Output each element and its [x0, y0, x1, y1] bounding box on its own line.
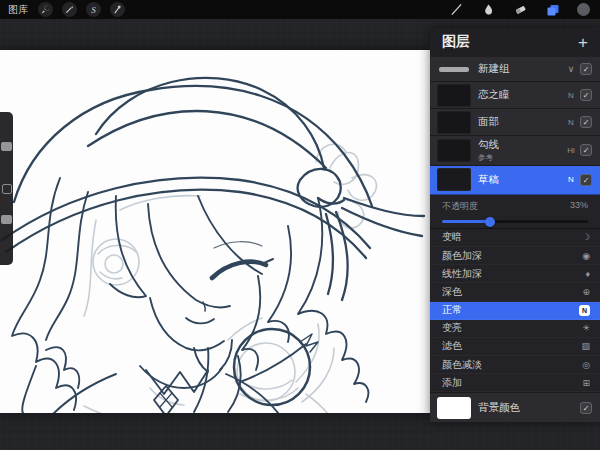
- layer-group-row[interactable]: 新建组 ∨ ✓: [430, 57, 600, 83]
- layer-blend-letter[interactable]: N: [562, 91, 580, 100]
- layer-name: 恋之瞳: [478, 88, 562, 102]
- opacity-slider[interactable]: [442, 220, 588, 223]
- blend-mode-label: 深色: [442, 285, 582, 299]
- darker-color-icon: ⊕: [582, 287, 590, 297]
- background-color-row[interactable]: 背景颜色 ✓: [430, 392, 600, 422]
- transform-arrow-icon[interactable]: [110, 2, 125, 17]
- blend-mode-linear-burn[interactable]: 线性加深 ♦: [430, 265, 600, 283]
- layer-visibility-checkbox[interactable]: ✓: [580, 116, 592, 128]
- add-layer-button[interactable]: +: [578, 34, 588, 51]
- screen-hatch-icon: ▨: [581, 341, 590, 351]
- blend-mode-color-burn[interactable]: 颜色加深 ◉: [430, 247, 600, 265]
- layer-thumbnail-img: [437, 168, 471, 191]
- group-name: 新建组: [478, 62, 562, 76]
- blend-mode-lighten[interactable]: 变亮 ☀: [430, 320, 600, 338]
- layer-blend-letter[interactable]: N: [562, 118, 580, 127]
- layer-visibility-checkbox[interactable]: ✓: [580, 144, 592, 156]
- layer-thumbnail-img: [437, 111, 471, 134]
- panel-title: 图层: [442, 33, 470, 51]
- layer-name-block: 勾线 参考: [478, 138, 562, 163]
- group-thumbnail: [430, 67, 478, 72]
- layer-row-selected[interactable]: 草稿 N ✓: [430, 166, 600, 196]
- layer-name: 勾线: [478, 138, 499, 150]
- brush-opacity-slider[interactable]: [1, 215, 12, 224]
- background-color-label: 背景颜色: [478, 401, 580, 415]
- opacity-section: 不透明度 33%: [430, 195, 600, 229]
- layer-row[interactable]: 勾线 参考 Hl ✓: [430, 136, 600, 166]
- blend-mode-label: 线性加深: [442, 267, 585, 281]
- color-burn-icon: ◉: [582, 251, 590, 261]
- layer-row[interactable]: 面部 N ✓: [430, 109, 600, 136]
- gallery-button[interactable]: 图库: [8, 3, 29, 17]
- layer-thumbnail-img: [437, 84, 471, 107]
- opacity-label: 不透明度: [442, 200, 478, 213]
- group-visibility-checkbox[interactable]: ✓: [580, 63, 592, 75]
- actions-wrench-icon[interactable]: [38, 2, 53, 17]
- layer-row[interactable]: 恋之瞳 N ✓: [430, 82, 600, 109]
- lighten-sun-icon: ☀: [582, 323, 590, 333]
- layer-thumbnail: [430, 111, 478, 134]
- eraser-icon[interactable]: [513, 2, 528, 17]
- blend-mode-normal-selected[interactable]: 正常 N: [430, 302, 600, 320]
- blend-mode-label: 颜色加深: [442, 249, 582, 263]
- adjustments-wand-icon[interactable]: [62, 2, 77, 17]
- selection-icon[interactable]: S: [86, 2, 101, 17]
- layer-name: 面部: [478, 115, 562, 129]
- layer-thumbnail: [430, 139, 478, 162]
- normal-badge: N: [579, 305, 590, 316]
- layer-name: 草稿: [478, 173, 562, 187]
- layers-panel: 图层 + 新建组 ∨ ✓ 恋之瞳 N ✓ 面部 N ✓ 勾线 参考 Hl ✓ 草…: [430, 28, 600, 422]
- color-dodge-icon: ◎: [582, 360, 590, 370]
- layer-visibility-checkbox[interactable]: ✓: [580, 89, 592, 101]
- chevron-down-icon[interactable]: ∨: [562, 64, 580, 74]
- artwork-sketch: [0, 50, 430, 413]
- blend-mode-darker-color[interactable]: 深色 ⊕: [430, 283, 600, 301]
- blend-mode-screen[interactable]: 滤色 ▨: [430, 338, 600, 356]
- layer-visibility-checkbox[interactable]: ✓: [580, 174, 592, 186]
- layer-blend-letter[interactable]: N: [562, 175, 580, 184]
- opacity-value: 33%: [570, 200, 588, 213]
- top-toolbar: 图库 S: [0, 0, 600, 19]
- layer-thumbnail-img: [437, 139, 471, 162]
- background-visibility-checkbox[interactable]: ✓: [580, 402, 592, 414]
- group-thumbnail-bar: [439, 67, 469, 72]
- blend-mode-label: 变亮: [442, 321, 582, 335]
- opacity-slider-fill: [442, 220, 490, 223]
- layer-blend-letter[interactable]: Hl: [562, 146, 580, 155]
- canvas[interactable]: [0, 50, 430, 413]
- smudge-icon[interactable]: [481, 2, 496, 17]
- darken-moon-icon: ☽: [582, 232, 590, 242]
- brush-size-slider[interactable]: [1, 142, 12, 151]
- layer-subtitle: 参考: [478, 153, 562, 163]
- blend-mode-label: 颜色减淡: [442, 358, 582, 372]
- add-plus-icon: ⊞: [582, 378, 590, 388]
- layers-icon[interactable]: [545, 2, 560, 17]
- layer-thumbnail: [430, 84, 478, 107]
- blend-mode-label: 添加: [442, 376, 582, 390]
- layers-panel-header: 图层 +: [430, 28, 600, 57]
- blend-mode-label: 滤色: [442, 339, 581, 353]
- layer-thumbnail: [430, 168, 478, 191]
- background-color-swatch[interactable]: [437, 397, 471, 419]
- modify-button[interactable]: [2, 184, 12, 194]
- blend-mode-label: 正常: [442, 303, 579, 317]
- opacity-slider-knob[interactable]: [485, 217, 495, 227]
- blend-mode-color-dodge[interactable]: 颜色减淡 ◎: [430, 356, 600, 374]
- blend-mode-darken[interactable]: 变暗 ☽: [430, 229, 600, 247]
- current-color-swatch[interactable]: [577, 3, 590, 16]
- blend-mode-label: 变暗: [442, 230, 582, 244]
- brush-sidebar: [0, 112, 13, 265]
- blend-mode-add[interactable]: 添加 ⊞: [430, 374, 600, 392]
- linear-burn-icon: ♦: [585, 269, 590, 279]
- brush-icon[interactable]: [449, 2, 464, 17]
